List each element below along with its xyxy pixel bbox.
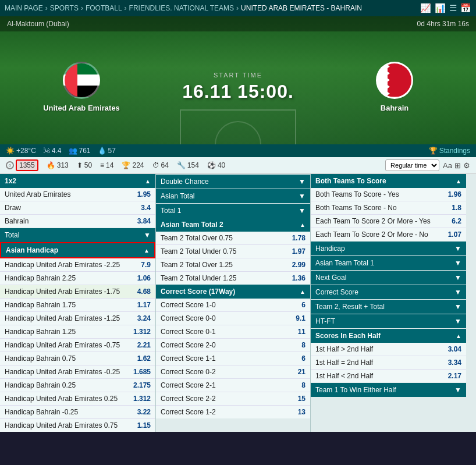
market-total1-header[interactable]: Total 1 ▼ [156, 204, 310, 218]
table-row[interactable]: Correct Score 1-0 6 [156, 299, 310, 312]
table-row[interactable]: Handicap Bahrain 0.25 2.175 [0, 379, 155, 392]
market-asian-total-header[interactable]: Asian Total ▼ [156, 189, 310, 203]
row-label: Team 2 Total Over 1.25 [161, 261, 233, 269]
row-label: Handicap Bahrain -0.25 [5, 408, 78, 416]
circle-stat[interactable]: ○ 1355 [6, 159, 38, 171]
market-ht-ft-header[interactable]: HT-FT ▼ [311, 314, 466, 328]
match-center: START TIME 16.11 15:00. [182, 72, 294, 102]
table-row[interactable]: Handicap Bahrain 0.75 1.62 [0, 352, 155, 365]
row-label: Correct Score 1-1 [161, 354, 216, 363]
table-row[interactable]: Correct Score 1-1 6 [156, 352, 310, 365]
table-row[interactable]: Each Team To Score 2 Or More - No 1.07 [311, 228, 466, 241]
chart-line-icon[interactable]: 📈 [420, 3, 431, 13]
row-label: Both Teams To Score - Yes [315, 190, 399, 198]
calendar-icon[interactable]: 📅 [460, 3, 471, 13]
market-both-teams-score-body: Both Teams To Score - Yes 1.96 Both Team… [311, 188, 466, 241]
market-asian-handicap-label: Asian Handicap [6, 246, 58, 254]
table-row[interactable]: Handicap United Arab Emirates -1.75 4.68 [0, 285, 155, 299]
market-team2-result-total-label: Team 2, Result + Total [315, 303, 385, 311]
table-row[interactable]: Bahrain 3.84 [0, 215, 155, 228]
market-double-chance-header[interactable]: Double Chance ▼ [156, 175, 310, 189]
drop-icon: 💧 [98, 147, 106, 155]
row-label: Correct Score 1-2 [161, 408, 216, 416]
goal-stat[interactable]: ⚽ 40 [207, 161, 225, 169]
table-row[interactable]: Draw 3.4 [0, 201, 155, 215]
table-row[interactable]: Correct Score 2-2 15 [156, 392, 310, 406]
row-odd: 1.8 [441, 204, 461, 212]
table-row[interactable]: 1st Half = 2nd Half 3.34 [311, 356, 466, 370]
table-row[interactable]: Both Teams To Score - Yes 1.96 [311, 188, 466, 201]
market-1x2-header[interactable]: 1x2 ▲ [0, 174, 155, 188]
table-row[interactable]: Correct Score 0-2 21 [156, 365, 310, 379]
table-row[interactable]: Handicap United Arab Emirates -2.25 7.9 [0, 258, 155, 272]
settings-icon[interactable]: ⚙ [463, 161, 470, 170]
table-row[interactable]: Handicap United Arab Emirates 0.75 1.15 [0, 419, 155, 432]
table-row[interactable]: Handicap Bahrain 1.75 1.17 [0, 299, 155, 312]
table-row[interactable]: Handicap United Arab Emirates -0.75 2.21 [0, 339, 155, 352]
trophy-stat[interactable]: 🏆 224 [122, 161, 144, 169]
clock-stat[interactable]: ⏱ 64 [152, 161, 169, 169]
circle-icon: ○ [6, 161, 14, 169]
table-row[interactable]: Correct Score 0-1 11 [156, 325, 310, 339]
table-row[interactable]: 1st Half < 2nd Half 2.17 [311, 370, 466, 382]
breadcrumb-league[interactable]: FRIENDLIES. NATIONAL TEAMS [129, 4, 234, 12]
table-row[interactable]: Correct Score 0-0 9.1 [156, 312, 310, 325]
table-row[interactable]: Team 2 Total Under 0.75 1.97 [156, 245, 310, 258]
arrow-stat[interactable]: ⬆ 50 [77, 161, 92, 169]
market-correct-score-right-header[interactable]: Correct Score ▼ [311, 285, 466, 299]
table-row[interactable]: Handicap Bahrain -0.25 3.22 [0, 406, 155, 419]
table-row[interactable]: Team 2 Total Under 1.25 1.36 [156, 272, 310, 285]
row-label: Correct Score 2-1 [161, 381, 216, 389]
table-row[interactable]: Handicap United Arab Emirates 0.25 1.312 [0, 392, 155, 406]
wrench-stat[interactable]: 🔧 154 [177, 161, 199, 169]
lines-stat[interactable]: ≡ 14 [100, 161, 113, 169]
table-row[interactable]: Correct Score 2-1 8 [156, 379, 310, 392]
row-odd: 1.312 [130, 395, 151, 403]
table-row[interactable]: United Arab Emirates 1.95 [0, 188, 155, 201]
fire-stat[interactable]: 🔥 313 [47, 161, 69, 169]
market-asian-team-total1-header[interactable]: Asian Team Total 1 ▼ [311, 256, 466, 270]
list-icon[interactable]: ☰ [449, 3, 457, 13]
table-row[interactable]: Correct Score 1-2 13 [156, 406, 310, 418]
table-row[interactable]: Team 2 Total Over 0.75 1.78 [156, 232, 310, 245]
table-row[interactable]: Handicap Bahrain 2.25 1.06 [0, 272, 155, 285]
table-row[interactable]: Correct Score 2-0 8 [156, 339, 310, 352]
humidity-info: 💧 57 [98, 147, 116, 155]
breadcrumb-football[interactable]: FOOTBALL [86, 4, 122, 12]
market-total-header[interactable]: Total ▼ [0, 228, 155, 242]
row-label: Correct Score 2-0 [161, 341, 216, 349]
market-both-teams-score-header[interactable]: Both Teams To Score ▲ [311, 174, 466, 188]
row-odd: 3.4 [130, 204, 151, 212]
row-odd: 8 [285, 341, 306, 349]
market-next-goal-header[interactable]: Next Goal ▼ [311, 271, 466, 285]
trophy-stat-icon: 🏆 [122, 161, 130, 169]
chevron-up-icon: ▲ [456, 178, 461, 184]
table-row[interactable]: Handicap United Arab Emirates -0.25 1.68… [0, 365, 155, 379]
bar-chart-icon[interactable]: 📊 [435, 3, 446, 13]
market-scores-each-half-header[interactable]: Scores In Each Half ▲ [311, 329, 466, 343]
table-row[interactable]: Each Team To Score 2 Or More - Yes 6.2 [311, 215, 466, 228]
market-correct-score-header[interactable]: Correct Score (17Way) ▲ [156, 285, 310, 299]
table-row[interactable]: Team 2 Total Over 1.25 2.99 [156, 258, 310, 272]
standings-link[interactable]: 🏆 Standings [429, 147, 470, 155]
market-team1-win-either-half-header[interactable]: Team 1 To Win Either Half ▼ [311, 383, 466, 397]
table-row[interactable]: Handicap United Arab Emirates -1.25 3.24 [0, 312, 155, 325]
market-handicap-header[interactable]: Handicap ▼ [311, 242, 466, 255]
row-odd: 6.2 [441, 217, 461, 225]
text-size-icon[interactable]: Aa [443, 161, 452, 170]
main-content: 1x2 ▲ United Arab Emirates 1.95 Draw 3.4… [0, 174, 476, 432]
away-team-flag [376, 62, 413, 99]
row-label: Correct Score 1-0 [161, 301, 216, 309]
market-asian-handicap-header[interactable]: Asian Handicap ▲ [0, 242, 155, 258]
breadcrumb-sports[interactable]: SPORTS [50, 4, 79, 12]
table-row[interactable]: Both Teams To Score - No 1.8 [311, 201, 466, 215]
table-row[interactable]: 1st Half > 2nd Half 3.04 [311, 343, 466, 356]
table-row[interactable]: Handicap Bahrain 1.25 1.312 [0, 325, 155, 339]
start-time-label: START TIME [182, 72, 294, 79]
market-asian-team-total2-header[interactable]: Asian Team Total 2 ▲ [156, 218, 310, 232]
grid-view-icon[interactable]: ⊞ [454, 161, 461, 170]
fire-value: 313 [57, 161, 69, 169]
time-select[interactable]: Regular time 1st Half 2nd Half Extra Tim… [385, 159, 439, 171]
breadcrumb-main[interactable]: MAIN PAGE [5, 4, 43, 12]
market-team2-result-total-header[interactable]: Team 2, Result + Total ▼ [311, 300, 466, 314]
